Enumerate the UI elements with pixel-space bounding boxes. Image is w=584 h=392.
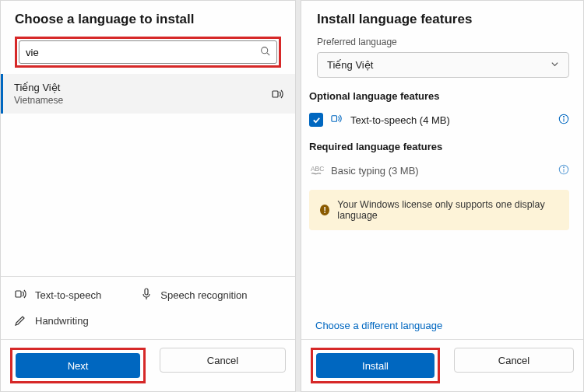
legend-label: Speech recognition [160,289,247,301]
svg-rect-2 [273,91,278,97]
dialog-title: Install language features [309,12,569,27]
keyboard-icon: ABC [309,163,323,177]
svg-text:ABC: ABC [311,165,324,173]
language-english-name: Vietnamese [14,95,63,106]
info-icon[interactable] [558,164,569,177]
dialog-title: Choose a language to install [15,12,281,27]
legend-tts: Text-to-speech [15,288,101,303]
language-native-name: Tiếng Việt [14,82,63,93]
svg-line-1 [267,53,269,55]
info-icon[interactable] [558,114,569,127]
spacer [301,236,583,312]
language-result-vietnamese[interactable]: Tiếng Việt Vietnamese [1,74,295,114]
svg-rect-3 [16,291,21,297]
preferred-language-label: Preferred language [317,37,569,47]
warning-text: Your Windows license only supports one d… [337,199,558,221]
optional-features-heading: Optional language features [309,90,569,102]
feature-legend: Text-to-speech Speech recognition Handwr… [1,276,295,339]
tts-icon [272,88,284,100]
warning-icon: ! [320,205,329,215]
language-search[interactable] [19,40,277,64]
tts-icon [15,288,27,303]
cancel-button[interactable]: Cancel [160,348,286,373]
svg-point-0 [262,47,268,54]
search-input[interactable] [26,47,260,58]
legend-label: Text-to-speech [35,289,101,301]
install-features-dialog: Install language features Preferred lang… [301,0,584,392]
choose-language-dialog: Choose a language to install Tiếng Việt … [0,0,296,392]
install-button[interactable]: Install [316,353,434,378]
legend-speech: Speech recognition [140,288,247,303]
svg-point-9 [563,116,564,117]
svg-rect-6 [332,116,337,122]
footer: Install Cancel [301,339,583,391]
svg-point-13 [563,166,564,167]
preferred-language-select[interactable]: Tiếng Việt [317,52,569,78]
svg-rect-4 [145,289,148,295]
choose-different-language-link[interactable]: Choose a different language [301,312,583,339]
microphone-icon [140,288,153,303]
required-features-heading: Required language features [309,141,569,152]
license-warning: ! Your Windows license only supports one… [309,190,569,230]
legend-handwriting: Handwriting [15,313,89,328]
next-highlight: Next [10,348,146,383]
handwriting-icon [15,313,27,328]
legend-label: Handwriting [35,315,89,327]
search-highlight [15,37,281,68]
feature-basic-typing: ABC Basic typing (3 MB) [309,159,569,182]
footer: Next Cancel [1,339,295,391]
next-button[interactable]: Next [16,353,140,378]
spacer [1,120,295,276]
preferred-language-value: Tiếng Việt [327,59,373,71]
cancel-button[interactable]: Cancel [454,348,574,373]
feature-label: Basic typing (3 MB) [331,165,551,177]
tts-checkbox[interactable] [309,113,323,127]
search-icon [260,46,270,58]
install-highlight: Install [311,348,440,383]
feature-tts: Text-to-speech (4 MB) [309,108,569,131]
chevron-down-icon [551,59,559,71]
tts-icon [331,113,343,127]
feature-label: Text-to-speech (4 MB) [350,114,551,126]
